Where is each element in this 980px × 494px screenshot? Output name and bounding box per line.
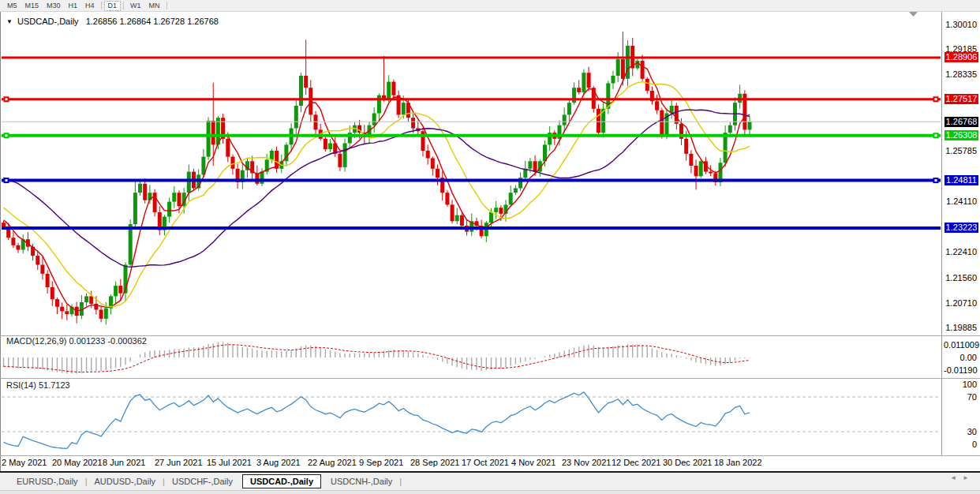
tab-divider: | — [399, 477, 402, 486]
price-axis-label: 1.19885 — [944, 323, 977, 332]
price-level-badge[interactable]: 1.24811 — [944, 175, 978, 185]
toolbar-separator — [101, 2, 102, 9]
macd-axis-label: 0.00 — [944, 353, 977, 362]
chart-tab-bar: EURUSD-,Daily|AUDUSD-,Daily|USDCHF-,Dail… — [0, 471, 980, 490]
date-axis-label: 20 May 2021 — [52, 458, 103, 467]
date-axis-label: 2 May 2021 — [2, 458, 47, 467]
price-axis-label: 1.22410 — [944, 247, 977, 256]
date-axis-label: 4 Nov 2021 — [511, 458, 555, 467]
macd-axis-label: -0.01190 — [944, 365, 977, 375]
price-axis-label: 1.28335 — [944, 69, 977, 79]
rsi-line — [4, 392, 750, 449]
price-axis-label: 1.21560 — [944, 273, 977, 283]
mt4-terminal: { "toolbar": { "timeframes": [ {"label":… — [0, 0, 980, 494]
price-axis-label: 1.20710 — [944, 298, 977, 308]
chart-tab-EURUSD[interactable]: EURUSD-,Daily — [9, 475, 85, 488]
date-axis-label: 17 Oct 2021 — [462, 458, 509, 467]
price-level-badge[interactable]: 1.28906 — [944, 52, 978, 62]
chart-header: ▼ USDCAD-,Daily 1.26856 1.26864 1.26728 … — [6, 17, 219, 26]
timeframe-button-M15[interactable]: M15 — [21, 1, 43, 10]
date-axis-label: 18 Jan 2022 — [714, 458, 762, 467]
date-axis-label: 27 Jun 2021 — [155, 458, 203, 467]
chart-tab-USDCHF[interactable]: USDCHF-,Daily — [165, 475, 240, 488]
chart-tab-USDCAD[interactable]: USDCAD-,Daily — [242, 474, 321, 488]
status-strip — [0, 490, 980, 494]
price-axis-label: 1.24110 — [944, 196, 977, 206]
date-axis-label: 23 Nov 2021 — [562, 458, 611, 467]
rsi-axis-label: 70 — [944, 392, 977, 402]
date-axis-label: 22 Aug 2021 — [308, 458, 357, 467]
date-axis-label: 9 Sep 2021 — [359, 458, 403, 467]
date-axis-label: 8 Jun 2021 — [103, 458, 145, 467]
price-level-badge[interactable]: 1.27517 — [944, 94, 978, 104]
chart-title: USDCAD-,Daily — [17, 17, 79, 26]
date-axis-label: 15 Jul 2021 — [207, 458, 252, 467]
timeframe-button-M5[interactable]: M5 — [3, 1, 21, 10]
price-level-badge[interactable]: 1.26308 — [944, 130, 978, 140]
date-axis-label: 28 Sep 2021 — [410, 458, 459, 467]
collapse-chart-icon[interactable]: ▼ — [6, 18, 13, 25]
current-price-badge: 1.26768 — [944, 117, 978, 127]
chart-ohlc-values: 1.26856 1.26864 1.26728 1.26768 — [86, 17, 219, 26]
toolbar-separator — [166, 2, 167, 9]
timeframe-button-MN[interactable]: MN — [145, 1, 164, 10]
candles-series — [2, 32, 752, 324]
price-chart-canvas[interactable] — [0, 0, 980, 494]
price-level-badge[interactable]: 1.23223 — [944, 223, 978, 233]
rsi-panel-label: RSI(14) 51.7123 — [6, 380, 70, 390]
macd-axis-label: 0.011009 — [944, 340, 977, 350]
moving-average-13-line[interactable] — [4, 82, 750, 307]
toolbar-separator — [123, 2, 124, 9]
timeframe-button-H1[interactable]: H1 — [65, 1, 82, 10]
date-axis-label: 3 Aug 2021 — [256, 458, 301, 467]
rsi-axis-label: 100 — [944, 380, 977, 389]
moving-average-34-line[interactable] — [4, 110, 750, 267]
price-axis-label: 1.30010 — [944, 20, 977, 29]
timeframe-toolbar: M5M15M30H1H4D1W1MN — [0, 0, 980, 12]
tab-scroll-left-icon[interactable]: ◄ — [950, 474, 963, 481]
price-axis-label: 1.25785 — [944, 146, 977, 155]
chart-tab-USDCNH[interactable]: USDCNH-,Daily — [324, 475, 399, 488]
timeframe-button-M30[interactable]: M30 — [43, 1, 65, 10]
timeframe-button-H4[interactable]: H4 — [81, 1, 99, 10]
chart-shift-marker-icon — [909, 12, 918, 17]
timeframe-button-W1[interactable]: W1 — [126, 1, 145, 10]
chart-tab-AUDUSD[interactable]: AUDUSD-,Daily — [87, 475, 163, 488]
rsi-axis-label: 30 — [944, 427, 977, 436]
rsi-axis-label: 0 — [944, 440, 977, 449]
timeframe-button-D1[interactable]: D1 — [104, 1, 122, 11]
tab-scroll-right-icon[interactable]: ► — [963, 474, 975, 481]
macd-panel-label: MACD(12,26,9) 0.001233 -0.000362 — [6, 336, 147, 346]
date-axis-label: 30 Dec 2021 — [663, 458, 712, 467]
tab-scroll-arrows: ◄► — [950, 474, 975, 481]
macd-histogram — [4, 342, 750, 374]
date-axis-label: 12 Dec 2021 — [612, 458, 660, 467]
